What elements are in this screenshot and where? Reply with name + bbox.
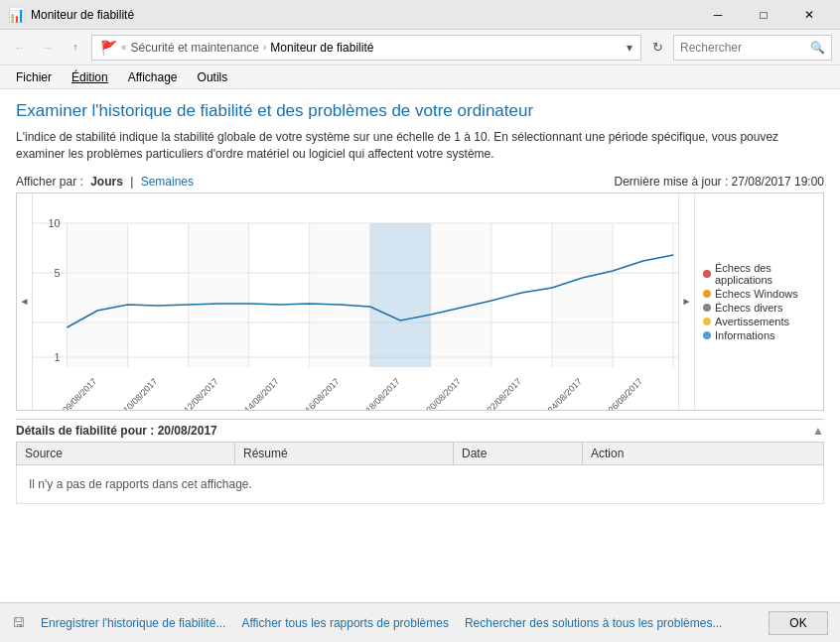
legend-dot-warn [703, 318, 711, 325]
forward-button[interactable]: → [36, 36, 60, 60]
details-section: Détails de fiabilité pour : 20/08/2017 ▲… [16, 419, 824, 504]
details-collapse-btn[interactable]: ▲ [812, 424, 824, 438]
address-dropdown[interactable]: ▾ [627, 41, 632, 55]
legend-dot-app [703, 270, 711, 278]
minimize-button[interactable]: ─ [695, 0, 741, 30]
chart-area[interactable]: 10 5 1 [33, 193, 678, 410]
legend-item-misc-failures: Échecs divers [703, 302, 815, 314]
page-title: Examiner l'historique de fiabilité et de… [16, 101, 824, 121]
address-current: Moniteur de fiabilité [270, 41, 373, 55]
title-bar-title: Moniteur de fiabilité [31, 8, 134, 22]
ok-button[interactable]: OK [769, 611, 828, 635]
title-bar-icon: 📊 [8, 7, 25, 23]
col-action: Action [583, 442, 824, 464]
legend-label-win: Échecs Windows [715, 288, 798, 300]
col-source: Source [17, 442, 235, 464]
maximize-button[interactable]: □ [741, 0, 786, 30]
save-history-icon: 🖫 [12, 615, 25, 630]
svg-text:10: 10 [49, 217, 61, 229]
svg-rect-20 [189, 223, 249, 367]
chart-legend: Échecs des applications Échecs Windows É… [694, 193, 823, 410]
menu-edition[interactable]: Édition [64, 68, 116, 86]
svg-rect-22 [431, 223, 491, 367]
title-bar: 📊 Moniteur de fiabilité ─ □ ✕ [0, 0, 840, 30]
description: L'indice de stabilité indique la stabili… [16, 129, 824, 163]
address-crumb1: Sécurité et maintenance [131, 41, 259, 55]
view-semaines[interactable]: Semaines [141, 175, 194, 189]
all-reports-link[interactable]: Afficher tous les rapports de problèmes [241, 616, 449, 630]
legend-dot-win [703, 290, 711, 298]
legend-item-windows-failures: Échecs Windows [703, 288, 815, 300]
details-header: Détails de fiabilité pour : 20/08/2017 ▲ [16, 419, 824, 442]
legend-item-app-failures: Échecs des applications [703, 262, 815, 286]
svg-rect-21 [310, 223, 370, 367]
legend-label-misc: Échecs divers [715, 302, 782, 314]
view-by: Afficher par : Jours | Semaines [16, 175, 194, 189]
legend-dot-misc [703, 304, 711, 312]
up-button[interactable]: ↑ [64, 36, 87, 60]
svg-text:5: 5 [55, 267, 61, 279]
col-date: Date [454, 442, 583, 464]
legend-label-info: Informations [715, 329, 775, 341]
menu-affichage[interactable]: Affichage [120, 68, 186, 86]
legend-dot-info [703, 331, 711, 339]
chart-controls: Afficher par : Jours | Semaines Dernière… [16, 175, 824, 189]
address-box: 🚩 « Sécurité et maintenance › Moniteur d… [91, 35, 641, 61]
svg-rect-23 [552, 223, 613, 367]
no-data-cell: Il n'y a pas de rapports dans cet affich… [17, 464, 824, 503]
close-button[interactable]: ✕ [786, 0, 832, 30]
chart-left-arrow[interactable]: ◄ [17, 193, 33, 410]
search-input[interactable] [680, 41, 806, 55]
legend-label-app: Échecs des applications [715, 262, 815, 286]
bottom-bar: 🖫 Enregistrer l'historique de fiabilité.… [0, 602, 840, 642]
address-flag: 🚩 [100, 40, 117, 56]
menu-outils[interactable]: Outils [190, 68, 236, 86]
legend-item-warnings: Avertissements [703, 316, 815, 327]
back-button[interactable]: ← [8, 36, 32, 60]
view-jours[interactable]: Jours [90, 175, 123, 189]
address-bar: ← → ↑ 🚩 « Sécurité et maintenance › Moni… [0, 30, 840, 65]
chart-outer: ◄ 10 5 1 [16, 193, 824, 411]
main-content: Examiner l'historique de fiabilité et de… [0, 89, 840, 602]
svg-text:1: 1 [55, 351, 61, 363]
chart-right-arrow[interactable]: ► [678, 193, 694, 410]
table-row-no-data: Il n'y a pas de rapports dans cet affich… [17, 464, 824, 503]
col-resume: Résumé [235, 442, 454, 464]
save-history-link[interactable]: Enregistrer l'historique de fiabilité... [41, 616, 225, 630]
svg-rect-24 [370, 223, 431, 367]
search-box: 🔍 [673, 35, 832, 61]
legend-item-info: Informations [703, 329, 815, 341]
last-update: Dernière mise à jour : 27/08/2017 19:00 [615, 175, 824, 189]
search-icon: 🔍 [810, 41, 825, 55]
details-table: Source Résumé Date Action Il n'y a pas d… [16, 442, 824, 504]
search-solutions-link[interactable]: Rechercher des solutions à tous les prob… [465, 616, 722, 630]
refresh-button[interactable]: ↻ [645, 36, 669, 60]
menu-bar: Fichier Édition Affichage Outils [0, 65, 840, 89]
legend-label-warn: Avertissements [715, 316, 789, 327]
svg-rect-19 [67, 223, 127, 367]
content-wrapper: Examiner l'historique de fiabilité et de… [0, 89, 840, 642]
menu-fichier[interactable]: Fichier [8, 68, 60, 86]
reliability-chart-svg: 10 5 1 [33, 193, 678, 410]
